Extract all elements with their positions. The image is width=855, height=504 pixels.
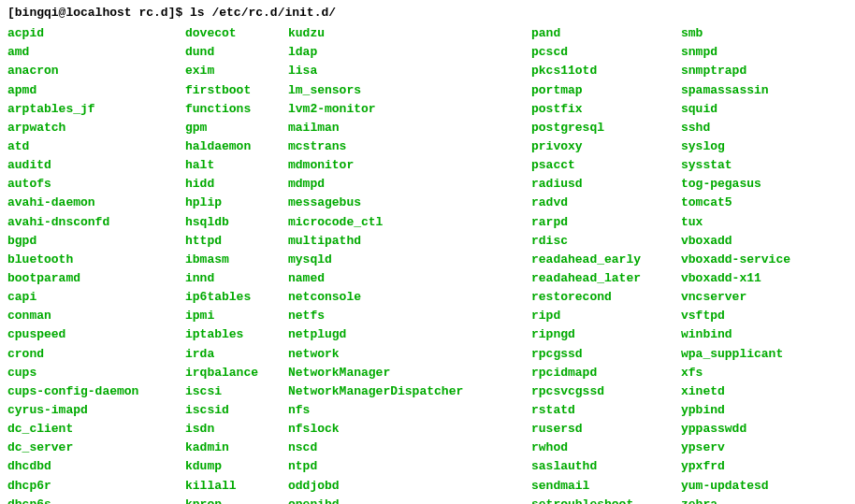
file-entry: killall bbox=[185, 477, 288, 496]
file-entry: netplugd bbox=[288, 325, 531, 344]
file-entry: hidd bbox=[185, 175, 288, 194]
file-entry: exim bbox=[185, 62, 288, 80]
file-entry: cpuspeed bbox=[7, 325, 185, 344]
file-entry: ripngd bbox=[531, 325, 681, 344]
ls-column-4: smbsnmpdsnmptrapdspamassassinsquidsshdsy… bbox=[681, 24, 790, 504]
file-entry: multipathd bbox=[288, 232, 531, 251]
file-entry: rarpd bbox=[531, 213, 681, 232]
file-entry: restorecond bbox=[531, 288, 681, 307]
file-entry: tog-pegasus bbox=[681, 175, 790, 194]
file-entry: iscsi bbox=[185, 382, 288, 401]
file-entry: haldaemon bbox=[185, 137, 288, 156]
file-entry: NetworkManagerDispatcher bbox=[288, 382, 531, 401]
file-entry: zebra bbox=[681, 496, 790, 504]
file-entry: cups bbox=[7, 364, 185, 382]
file-entry: vsftpd bbox=[681, 307, 790, 325]
file-entry: ldap bbox=[288, 43, 531, 62]
file-entry: mdmpd bbox=[288, 175, 531, 194]
file-entry: nfs bbox=[288, 401, 531, 420]
file-entry: kprop bbox=[185, 496, 288, 504]
file-entry: spamassassin bbox=[681, 81, 790, 100]
file-entry: syslog bbox=[681, 137, 790, 156]
file-entry: messagebus bbox=[288, 194, 531, 212]
file-entry: ypserv bbox=[681, 439, 790, 457]
file-entry: readahead_early bbox=[531, 251, 681, 269]
ls-column-2: kudzuldaplisalm_sensorslvm2-monitormailm… bbox=[288, 24, 531, 504]
file-entry: mysqld bbox=[288, 251, 531, 269]
file-entry: arptables_jf bbox=[7, 100, 185, 119]
file-entry: NetworkManager bbox=[288, 364, 531, 382]
file-entry: acpid bbox=[7, 24, 185, 43]
file-entry: hsqldb bbox=[185, 213, 288, 232]
file-entry: netfs bbox=[288, 307, 531, 325]
file-entry: postfix bbox=[531, 100, 681, 119]
file-entry: saslauthd bbox=[531, 457, 681, 476]
file-entry: squid bbox=[681, 100, 790, 119]
file-entry: microcode_ctl bbox=[288, 213, 531, 232]
file-entry: wpa_supplicant bbox=[681, 345, 790, 364]
file-entry: winbind bbox=[681, 325, 790, 344]
file-entry: network bbox=[288, 345, 531, 364]
file-entry: crond bbox=[7, 345, 185, 364]
file-entry: pcscd bbox=[531, 43, 681, 62]
file-entry: rpcsvcgssd bbox=[531, 382, 681, 401]
file-entry: iptables bbox=[185, 325, 288, 344]
file-entry: mdmonitor bbox=[288, 156, 531, 175]
file-entry: portmap bbox=[531, 81, 681, 100]
file-entry: ipmi bbox=[185, 307, 288, 325]
file-entry: vboxadd bbox=[681, 232, 790, 251]
file-entry: ibmasm bbox=[185, 251, 288, 269]
file-entry: smb bbox=[681, 24, 790, 43]
file-entry: sshd bbox=[681, 119, 790, 137]
file-entry: oddjobd bbox=[288, 477, 531, 496]
file-entry: snmpd bbox=[681, 43, 790, 62]
file-entry: xinetd bbox=[681, 382, 790, 401]
file-entry: innd bbox=[185, 269, 288, 288]
file-entry: dhcp6s bbox=[7, 496, 185, 504]
file-entry: kdump bbox=[185, 457, 288, 476]
file-entry: rwhod bbox=[531, 439, 681, 457]
file-entry: pkcs11otd bbox=[531, 62, 681, 80]
file-entry: yum-updatesd bbox=[681, 477, 790, 496]
prompt-command: ls /etc/rc.d/init.d/ bbox=[190, 6, 336, 20]
file-entry: arpwatch bbox=[7, 119, 185, 137]
file-entry: lvm2-monitor bbox=[288, 100, 531, 119]
file-entry: bgpd bbox=[7, 232, 185, 251]
file-entry: setroubleshoot bbox=[531, 496, 681, 504]
file-entry: xfs bbox=[681, 364, 790, 382]
file-entry: lm_sensors bbox=[288, 81, 531, 100]
file-entry: kudzu bbox=[288, 24, 531, 43]
file-entry: halt bbox=[185, 156, 288, 175]
file-entry: httpd bbox=[185, 232, 288, 251]
file-entry: ntpd bbox=[288, 457, 531, 476]
file-entry: rstatd bbox=[531, 401, 681, 420]
file-entry: tux bbox=[681, 213, 790, 232]
file-entry: ypbind bbox=[681, 401, 790, 420]
file-entry: dovecot bbox=[185, 24, 288, 43]
file-entry: auditd bbox=[7, 156, 185, 175]
file-entry: privoxy bbox=[531, 137, 681, 156]
file-entry: atd bbox=[7, 137, 185, 156]
file-entry: iscsid bbox=[185, 401, 288, 420]
file-entry: dhcdbd bbox=[7, 457, 185, 476]
file-entry: conman bbox=[7, 307, 185, 325]
file-entry: snmptrapd bbox=[681, 62, 790, 80]
file-entry: yppasswdd bbox=[681, 420, 790, 439]
file-entry: apmd bbox=[7, 81, 185, 100]
ls-output: acpidamdanacronapmdarptables_jfarpwatcha… bbox=[7, 24, 848, 504]
file-entry: irqbalance bbox=[185, 364, 288, 382]
file-entry: functions bbox=[185, 100, 288, 119]
file-entry: amd bbox=[7, 43, 185, 62]
file-entry: ip6tables bbox=[185, 288, 288, 307]
file-entry: vboxadd-x11 bbox=[681, 269, 790, 288]
file-entry: firstboot bbox=[185, 81, 288, 100]
file-entry: rpcgssd bbox=[531, 345, 681, 364]
file-entry: autofs bbox=[7, 175, 185, 194]
file-entry: lisa bbox=[288, 62, 531, 80]
file-entry: dc_client bbox=[7, 420, 185, 439]
file-entry: openibd bbox=[288, 496, 531, 504]
file-entry: dhcp6r bbox=[7, 477, 185, 496]
file-entry: psacct bbox=[531, 156, 681, 175]
ls-column-3: pandpcscdpkcs11otdportmappostfixpostgres… bbox=[531, 24, 681, 504]
file-entry: nfslock bbox=[288, 420, 531, 439]
